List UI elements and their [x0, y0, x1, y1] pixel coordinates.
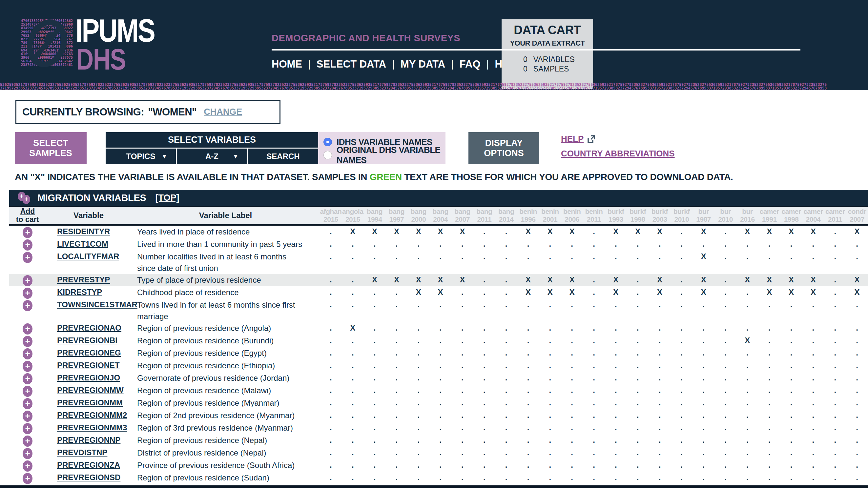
variable-link[interactable]: PREVREGIONJO: [57, 373, 120, 382]
add-to-cart-button[interactable]: +: [23, 411, 32, 422]
add-to-cart-button[interactable]: +: [23, 361, 32, 372]
radio-selected-icon[interactable]: [323, 138, 332, 146]
add-to-cart-button[interactable]: +: [23, 323, 32, 334]
add-all-icon[interactable]: ++: [18, 192, 32, 204]
add-to-cart-button[interactable]: +: [23, 460, 32, 471]
add-to-cart-button[interactable]: +: [23, 373, 32, 384]
add-to-cart-button[interactable]: +: [23, 336, 32, 347]
unavailable-mark: .: [320, 447, 342, 458]
notice-green-word: GREEN: [370, 172, 402, 182]
variable-link[interactable]: PREVREGIONBI: [57, 336, 118, 345]
unavailable-mark: .: [320, 274, 342, 286]
add-to-cart-cell: +: [9, 471, 46, 484]
nav-select-data[interactable]: SELECT DATA: [316, 58, 386, 70]
nav-my-data[interactable]: MY DATA: [401, 58, 445, 70]
add-to-cart-button[interactable]: +: [23, 448, 32, 459]
unavailable-mark: .: [320, 434, 342, 446]
unavailable-mark: .: [627, 347, 649, 359]
unavailable-mark: .: [802, 299, 824, 311]
variable-link[interactable]: PREVREGIONET: [57, 361, 120, 369]
available-mark: X: [561, 226, 583, 237]
select-samples-button[interactable]: SELECT SAMPLES: [15, 132, 87, 164]
back-to-top-link[interactable]: [TOP]: [155, 193, 180, 203]
unavailable-mark: .: [802, 251, 824, 262]
unavailable-mark: .: [320, 322, 342, 334]
nav-faq[interactable]: FAQ: [460, 58, 480, 70]
available-mark: X: [517, 226, 539, 237]
nav-home[interactable]: HOME: [272, 58, 302, 70]
unavailable-mark: .: [473, 238, 495, 250]
az-dropdown-button[interactable]: A-Z ▼: [177, 149, 247, 164]
variable-link[interactable]: PREVREGIONNP: [57, 435, 120, 444]
variable-link[interactable]: LOCALITYFMAR: [57, 252, 119, 261]
unavailable-mark: .: [386, 384, 408, 396]
cart-samples-count: 0SAMPLES: [523, 64, 593, 74]
original-dhs-variable-names-option[interactable]: ORIGINAL DHS VARIABLE NAMES: [323, 149, 445, 162]
add-to-cart-button[interactable]: +: [23, 252, 32, 263]
unavailable-mark: .: [364, 422, 386, 433]
add-to-cart-button[interactable]: +: [23, 275, 32, 286]
unavailable-mark: .: [517, 334, 539, 346]
external-link-icon: [587, 135, 595, 143]
variable-link[interactable]: PREVREGIONMW: [57, 386, 124, 394]
variable-link[interactable]: PREVREGIONMM: [57, 398, 123, 407]
add-to-cart-button[interactable]: +: [23, 398, 32, 409]
unavailable-mark: .: [407, 397, 429, 409]
unavailable-mark: .: [386, 299, 408, 311]
variable-link[interactable]: PREVREGIONMM3: [57, 423, 127, 432]
available-mark: X: [649, 286, 671, 298]
country-abbreviations-link[interactable]: COUNTRY ABBREVIATIONS: [561, 149, 675, 159]
unavailable-mark: .: [671, 384, 692, 396]
unavailable-mark: .: [846, 459, 868, 471]
add-to-cart-button[interactable]: +: [23, 239, 32, 251]
unavailable-mark: .: [671, 359, 692, 371]
search-button[interactable]: SEARCH: [248, 149, 318, 164]
unavailable-mark: .: [692, 299, 714, 311]
variable-cell: PREVREGIONET: [46, 359, 131, 371]
variable-link[interactable]: PREVREGIONZA: [57, 460, 120, 469]
variable-cell: LOCALITYFMAR: [46, 251, 131, 262]
variable-link[interactable]: PREVRESTYP: [57, 275, 110, 284]
unavailable-mark: .: [780, 238, 802, 250]
radio-unselected-icon[interactable]: [323, 151, 332, 159]
help-link[interactable]: HELP: [561, 134, 584, 144]
display-options-line2: OPTIONS: [484, 148, 524, 158]
variable-link[interactable]: PREVREGIONEG: [57, 348, 121, 357]
add-to-cart-button[interactable]: +: [23, 386, 32, 397]
available-mark: X: [429, 226, 452, 237]
change-browsing-link[interactable]: CHANGE: [204, 107, 242, 117]
add-to-cart-button[interactable]: +: [23, 473, 32, 484]
add-to-cart-button[interactable]: +: [23, 423, 32, 434]
sample-column-header: camer2004: [802, 207, 824, 223]
unavailable-mark: .: [429, 384, 452, 396]
unavailable-mark: .: [517, 372, 539, 384]
add-to-cart-button[interactable]: +: [23, 288, 32, 299]
topics-dropdown-button[interactable]: TOPICS ▼: [105, 149, 176, 164]
data-cart[interactable]: DATA CART YOUR DATA EXTRACT 0VARIABLES 0…: [502, 19, 593, 89]
available-mark: X: [737, 274, 758, 286]
add-to-cart-button[interactable]: +: [23, 348, 32, 359]
unavailable-mark: .: [320, 238, 342, 250]
display-options-button[interactable]: DISPLAY OPTIONS: [468, 132, 539, 164]
variable-link[interactable]: KIDRESTYP: [57, 288, 102, 296]
variable-link[interactable]: PREVREGIONMM2: [57, 411, 127, 419]
unavailable-mark: .: [824, 274, 846, 286]
add-to-cart-button[interactable]: +: [23, 435, 32, 447]
variable-link[interactable]: LIVEGT1COM: [57, 239, 108, 248]
add-to-cart-cell: +: [9, 384, 46, 397]
variable-link[interactable]: TOWNSINCE1STMAR: [57, 300, 137, 309]
variable-link[interactable]: PREVREGIONAO: [57, 323, 121, 332]
add-to-cart-button[interactable]: +: [23, 300, 32, 311]
variable-label: Lived in more than 1 community in past 5…: [131, 238, 320, 250]
variable-label: District of previous residence (Nepal): [131, 447, 320, 458]
variable-link[interactable]: PREVDISTNP: [57, 448, 107, 457]
variable-link[interactable]: PREVREGIONSD: [57, 473, 120, 482]
sample-column-header: bur1987: [692, 207, 714, 223]
variable-link[interactable]: RESIDEINTYR: [57, 227, 110, 236]
add-to-cart-button[interactable]: +: [23, 227, 32, 238]
add-to-cart-header-link[interactable]: Add to cart: [16, 207, 39, 224]
unavailable-mark: .: [802, 409, 824, 421]
add-to-cart-cell: +: [9, 334, 46, 347]
unavailable-mark: .: [473, 459, 495, 471]
unavailable-mark: .: [407, 422, 429, 433]
